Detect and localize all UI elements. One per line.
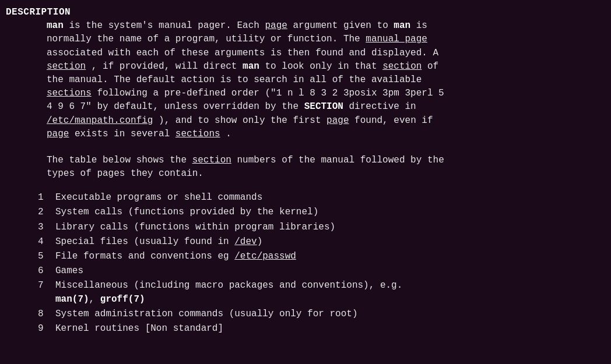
list-text-4: Special files (usually found in /dev) <box>55 235 262 249</box>
sections-link-2: sections <box>175 129 220 139</box>
groff7-bold: groff(7) <box>100 294 145 305</box>
paragraph-1: man is the system's manual pager. Each p… <box>47 19 599 141</box>
list-num-4: 4 <box>38 235 55 249</box>
section-link-table: section <box>192 155 231 165</box>
comma-space: , <box>89 294 100 305</box>
list-num-6: 6 <box>38 264 55 278</box>
page-link-3: page <box>47 129 69 139</box>
list-num-7: 7 <box>38 279 55 306</box>
main-content: DESCRIPTION man is the system's manual p… <box>0 6 611 335</box>
page-link-1: page <box>265 20 287 31</box>
list-item: 9 Kernel routines [Non standard] <box>38 322 605 335</box>
text-1i: directive in <box>349 101 416 112</box>
list-text-9: Kernel routines [Non standard] <box>55 322 223 335</box>
man-bold-2: man <box>394 20 410 31</box>
list-item: 7 Miscellaneous (including macro package… <box>38 279 605 306</box>
list-text-7: Miscellaneous (including macro packages … <box>55 279 402 306</box>
list-text-5: File formats and conventions eg /etc/pas… <box>55 250 296 263</box>
text-1m: . <box>226 129 231 139</box>
list-text-1: Executable programs or shell commands <box>55 191 262 204</box>
section-directive-bold: SECTION <box>304 101 343 112</box>
dev-link: /dev <box>234 236 257 247</box>
text-1d: associated with each of these arguments … <box>47 48 438 58</box>
man-bold-3: man <box>243 61 259 72</box>
list-item: 1 Executable programs or shell commands <box>38 191 605 204</box>
list-num-8: 8 <box>38 308 55 321</box>
list-num-1: 1 <box>38 191 55 204</box>
description-body: man is the system's manual pager. Each p… <box>47 19 599 181</box>
list-item: 3 Library calls (functions within progra… <box>38 221 605 234</box>
manpath-config-link: /etc/manpath.config <box>47 115 153 126</box>
list-num-3: 3 <box>38 221 55 234</box>
man-bold-1: man <box>47 20 64 31</box>
page-link-2: page <box>326 115 349 126</box>
list-text-2: System calls (functions provided by the … <box>55 206 318 219</box>
text-1f: to look only in that <box>265 61 383 72</box>
list-item: 6 Games <box>38 264 605 278</box>
table-note: The table below shows the section number… <box>47 154 599 181</box>
table-note-text-1: The table below shows the <box>47 155 192 165</box>
list-text-6: Games <box>55 264 83 278</box>
text-1k: found, even if <box>354 115 433 126</box>
section-link-2: section <box>382 61 422 72</box>
passwd-link: /etc/passwd <box>234 251 296 261</box>
text-1l: exists in several <box>75 129 175 139</box>
list-text-7-indent: man(7), groff(7) <box>55 294 145 305</box>
list-num-9: 9 <box>38 322 55 335</box>
list-item: 4 Special files (usually found in /dev) <box>38 235 605 249</box>
list-item: 5 File formats and conventions eg /etc/p… <box>38 250 605 263</box>
text-1j: ), and to show only the first <box>159 115 326 126</box>
section-list: 1 Executable programs or shell commands … <box>38 191 605 335</box>
section-link-1: section <box>47 61 86 72</box>
list-num-5: 5 <box>38 250 55 263</box>
list-item: 2 System calls (functions provided by th… <box>38 206 605 219</box>
list-item: 8 System administration commands (usuall… <box>38 308 605 321</box>
text-1e: , if provided, will direct <box>92 61 243 72</box>
text-1b: argument given to <box>293 20 394 31</box>
list-num-2: 2 <box>38 206 55 219</box>
text-1a: is the system's manual pager. Each <box>69 20 265 31</box>
man7-bold: man(7) <box>55 294 89 305</box>
manual-page-link: manual page <box>366 34 427 44</box>
description-header: DESCRIPTION <box>6 6 605 19</box>
sections-link-1: sections <box>47 88 92 98</box>
list-text-8: System administration commands (usually … <box>55 308 357 321</box>
list-text-3: Library calls (functions within program … <box>55 221 335 234</box>
